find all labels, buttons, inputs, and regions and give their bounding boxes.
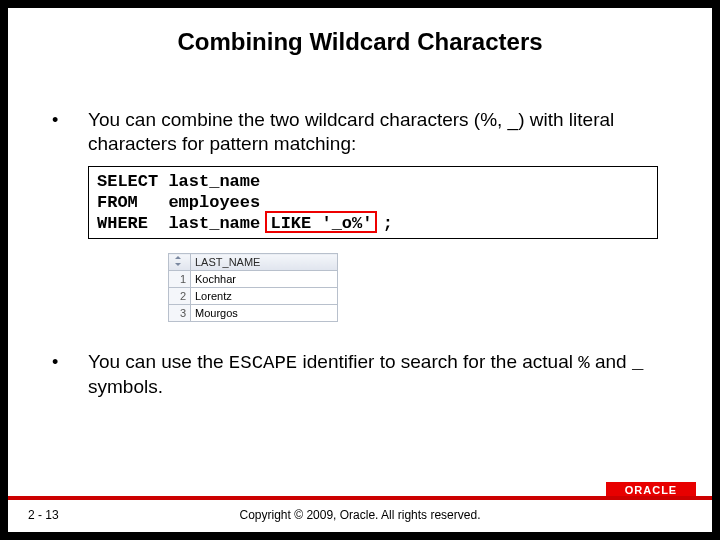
result-table: LAST_NAME 1 Kochhar 2 Lorentz 3 Mourgos — [168, 253, 338, 322]
row-index: 1 — [169, 271, 191, 288]
table-row: 1 Kochhar — [169, 271, 338, 288]
footer: ORACLE 2 - 13 Copyright © 2009, Oracle. … — [8, 492, 712, 532]
bullet-1-text: You can combine the two wildcard charact… — [88, 108, 672, 156]
row-index: 3 — [169, 305, 191, 322]
copyright-text: Copyright © 2009, Oracle. All rights res… — [8, 508, 712, 522]
table-corner-cell — [169, 254, 191, 271]
slide: Combining Wildcard Characters • You can … — [8, 8, 712, 532]
code-line-3: WHERE last_name LIKE '_o%' ; — [97, 213, 649, 234]
table-header-row: LAST_NAME — [169, 254, 338, 271]
cell-last-name: Lorentz — [191, 288, 338, 305]
bullet-dot-icon: • — [48, 350, 88, 374]
code-line-2: FROM employees — [97, 192, 649, 213]
table-row: 3 Mourgos — [169, 305, 338, 322]
percent-symbol: % — [578, 352, 589, 374]
bullet-1: • You can combine the two wildcard chara… — [48, 108, 672, 156]
underscore-symbol: _ — [632, 352, 643, 374]
sql-code-block: SELECT last_name FROM employees WHERE la… — [88, 166, 658, 239]
cell-last-name: Mourgos — [191, 305, 338, 322]
bullet-dot-icon: • — [48, 108, 88, 132]
bullet-2-text: You can use the ESCAPE identifier to sea… — [88, 350, 672, 399]
slide-title: Combining Wildcard Characters — [8, 28, 712, 56]
sort-icon — [175, 256, 183, 266]
bullet-2-mid: identifier to search for the actual — [297, 351, 578, 372]
bullet-2-pre: You can use the — [88, 351, 229, 372]
bullet-2-post: symbols. — [88, 376, 163, 397]
content-area: • You can combine the two wildcard chara… — [48, 108, 672, 409]
cell-last-name: Kochhar — [191, 271, 338, 288]
footer-divider — [8, 496, 712, 500]
row-index: 2 — [169, 288, 191, 305]
bullet-2: • You can use the ESCAPE identifier to s… — [48, 350, 672, 399]
col-last-name: LAST_NAME — [191, 254, 338, 271]
escape-keyword: ESCAPE — [229, 352, 297, 374]
code-line-1: SELECT last_name — [97, 171, 649, 192]
table-row: 2 Lorentz — [169, 288, 338, 305]
bullet-2-and: and — [590, 351, 632, 372]
